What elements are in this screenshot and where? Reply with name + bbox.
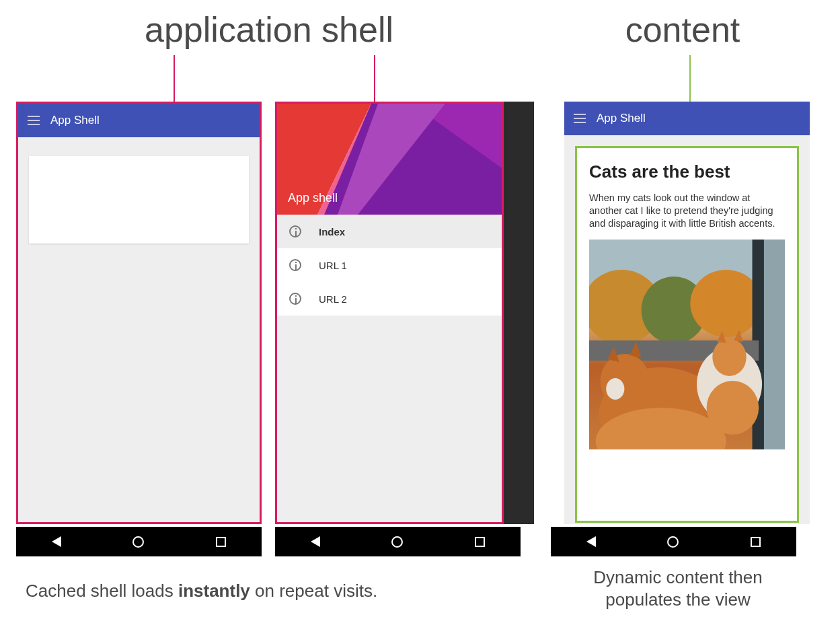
section-title-application-shell: application shell: [121, 9, 417, 50]
svg-rect-10: [764, 240, 785, 449]
drawer-item-url2[interactable]: URL 2: [277, 282, 502, 316]
svg-point-22: [707, 381, 759, 435]
connector-line: [174, 55, 175, 102]
content-image-cats: [589, 240, 785, 449]
info-icon: [289, 259, 301, 271]
nav-back-icon[interactable]: [586, 536, 596, 547]
phone-mock-shell-drawer: App shell Index URL 1 URL 2: [275, 102, 534, 524]
drawer-item-url1[interactable]: URL 1: [277, 248, 502, 282]
phone-mock-shell-empty: App Shell: [16, 102, 262, 524]
phone-mock-content: App Shell Cats are the best When my cats…: [564, 102, 810, 524]
drawer-item-index[interactable]: Index: [277, 215, 502, 248]
android-nav-bar: [551, 527, 796, 556]
hamburger-menu-icon[interactable]: [574, 114, 586, 123]
connector-line: [374, 55, 375, 102]
app-bar-title: App Shell: [50, 114, 100, 127]
nav-recents-icon[interactable]: [475, 537, 485, 547]
svg-point-8: [690, 270, 762, 337]
hamburger-menu-icon[interactable]: [28, 116, 40, 125]
nav-back-icon[interactable]: [52, 536, 61, 547]
content-body-text: When my cats look out the window at anot…: [589, 192, 785, 230]
nav-home-icon[interactable]: [667, 536, 679, 548]
info-icon: [289, 225, 301, 238]
nav-recents-icon[interactable]: [216, 537, 226, 547]
svg-point-19: [712, 338, 746, 376]
android-nav-bar: [16, 527, 262, 556]
svg-point-17: [606, 378, 624, 400]
app-bar: App Shell: [564, 102, 810, 135]
app-bar: App Shell: [18, 104, 260, 137]
caption-left: Cached shell loads instantly on repeat v…: [26, 580, 496, 602]
drawer-item-label: URL 1: [319, 260, 347, 271]
drawer-item-label: URL 2: [319, 293, 347, 305]
nav-recents-icon[interactable]: [751, 537, 761, 547]
nav-home-icon[interactable]: [391, 536, 403, 548]
nav-back-icon[interactable]: [311, 536, 320, 547]
section-title-content: content: [609, 9, 757, 50]
nav-home-icon[interactable]: [132, 536, 144, 548]
caption-right: Dynamic content then populates the view: [564, 567, 792, 610]
app-bar-title: App Shell: [597, 112, 646, 125]
content-card: Cats are the best When my cats look out …: [575, 146, 799, 523]
drawer-header: App shell: [277, 104, 502, 215]
content-heading: Cats are the best: [589, 161, 785, 182]
info-icon: [289, 293, 301, 305]
drawer-header-title: App shell: [288, 191, 338, 205]
android-nav-bar: [275, 527, 521, 556]
svg-point-14: [600, 354, 650, 408]
drawer-item-label: Index: [319, 226, 345, 238]
drawer-nav-list: Index URL 1 URL 2: [277, 215, 502, 316]
empty-content-card: [29, 156, 249, 244]
